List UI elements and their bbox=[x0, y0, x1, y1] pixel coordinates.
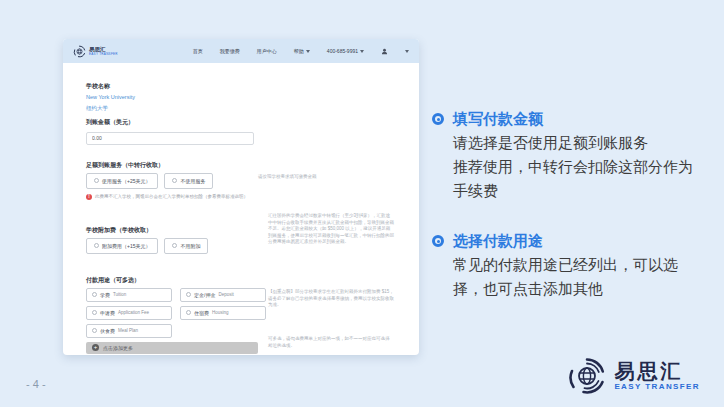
radio-icon bbox=[172, 243, 177, 248]
nav-item-account[interactable] bbox=[381, 48, 388, 55]
site-logo-en: EASY TRANSFER bbox=[89, 52, 118, 56]
nav-item-home[interactable]: 首页 bbox=[193, 48, 203, 54]
amount-label: 到账金额（美元） bbox=[86, 119, 419, 126]
service-option-skip[interactable]: 不使用服务 bbox=[164, 173, 213, 189]
checkbox-icon bbox=[92, 310, 97, 315]
purpose-cn: 定金/押金 bbox=[194, 292, 215, 298]
purpose-options: 学费 Tuition 定金/押金 Deposit 申请费 Application… bbox=[86, 288, 266, 338]
surcharge-option-add[interactable]: 附加费用（+15美元） bbox=[86, 238, 158, 254]
brand-name-en: EASY TRANSFER bbox=[614, 382, 700, 392]
nav-item-phone-label: 400-685-9991 bbox=[327, 48, 358, 54]
brand-logo: 易思汇 EASY TRANSFER bbox=[567, 356, 700, 396]
purpose-option-application-fee[interactable]: 申请费 Application Fee bbox=[86, 306, 172, 320]
annotation-title: 选择付款用途 bbox=[453, 230, 693, 252]
amount-input[interactable] bbox=[86, 132, 254, 145]
caret-down-icon bbox=[360, 50, 364, 53]
purpose-en: Meal Plan bbox=[118, 328, 138, 333]
service-note: 汇往国外的学费会经过数家中转银行（至少3到4家），汇款途中中转行会收取手续费并直… bbox=[268, 213, 394, 246]
amount-hint: 请按照学校要求填写缴费金额 bbox=[258, 174, 350, 181]
annotation-text: 请选择是否使用足额到账服务 推荐使用，中转行会扣除这部分作为手续费 bbox=[453, 131, 693, 203]
school-name-label: 学校名称 bbox=[86, 83, 419, 90]
purpose-label: 付款用途（可多选） bbox=[86, 277, 419, 284]
exclamation-circle-icon: ! bbox=[86, 194, 92, 200]
purpose-option-deposit[interactable]: 定金/押金 Deposit bbox=[180, 288, 266, 302]
purpose-cn: 申请费 bbox=[100, 310, 115, 316]
checkbox-icon bbox=[92, 292, 97, 297]
purpose-en: Tuition bbox=[113, 292, 126, 297]
add-more-label: 点击添加更多 bbox=[103, 345, 133, 351]
full-amount-service-label: 足额到账服务（中转行收取） bbox=[86, 162, 419, 169]
radio-icon bbox=[94, 243, 99, 248]
nav-item-help-label: 帮助 bbox=[294, 48, 304, 54]
full-amount-service-options: 使用服务（+25美元） 不使用服务 bbox=[86, 173, 419, 189]
caret-down-icon bbox=[306, 50, 310, 53]
brand-name-cn: 易思汇 bbox=[614, 360, 700, 382]
site-logo[interactable]: 易思汇 EASY TRANSFER bbox=[73, 45, 118, 58]
plus-circle-icon: + bbox=[92, 344, 99, 351]
user-icon bbox=[381, 48, 388, 55]
annotations-panel: 填写付款金额 请选择是否使用足额到账服务 推荐使用，中转行会扣除这部分作为手续费… bbox=[432, 108, 700, 301]
nav-item-help[interactable]: 帮助 bbox=[294, 48, 310, 54]
surcharge-note: 【划重点啊】部分学校要求学生在汇款时额外支付附加费 $15，请务必了解自己学校的… bbox=[268, 289, 394, 309]
checkbox-icon bbox=[186, 310, 191, 315]
add-more-purpose-button[interactable]: + 点击添加更多 bbox=[86, 342, 258, 354]
target-circle-icon bbox=[432, 235, 444, 247]
globe-swirl-icon bbox=[73, 45, 86, 58]
service-option-use-label: 使用服务（+25美元） bbox=[102, 178, 150, 184]
purpose-cn: 学费 bbox=[100, 292, 110, 298]
purpose-en: Application Fee bbox=[118, 310, 149, 315]
checkbox-icon bbox=[92, 328, 97, 333]
site-nav: 首页 我要缴费 用户中心 帮助 400-685-9991 bbox=[193, 48, 409, 55]
checkbox-icon bbox=[186, 292, 191, 297]
globe-swirl-icon bbox=[567, 356, 607, 396]
purpose-en: Deposit bbox=[218, 292, 233, 297]
nav-item-pay[interactable]: 我要缴费 bbox=[220, 48, 240, 54]
payment-form: 学校名称 New York University 纽约大学 到账金额（美元） 请… bbox=[63, 83, 419, 355]
surcharge-option-none-label: 不用附加 bbox=[180, 243, 200, 249]
purpose-option-tuition[interactable]: 学费 Tuition bbox=[86, 288, 172, 302]
annotation-fill-amount: 填写付款金额 请选择是否使用足额到账服务 推荐使用，中转行会扣除这部分作为手续费 bbox=[432, 108, 700, 203]
service-warning: ! 此费用不汇入学校，网银后台会在汇入学费时单独扣除（参看费率标准说明） bbox=[86, 194, 261, 200]
nav-item-phone[interactable]: 400-685-9991 bbox=[327, 48, 364, 54]
purpose-option-meal-plan[interactable]: 伙食费 Meal Plan bbox=[86, 324, 172, 338]
slide: { "slide": { "page_number": "- 4 -" }, "… bbox=[0, 0, 724, 407]
target-circle-icon bbox=[432, 113, 444, 125]
purpose-en: Housing bbox=[212, 310, 229, 315]
annotation-text: 常见的付款用途已经列出，可以选择，也可点击添加其他 bbox=[453, 253, 693, 301]
purpose-option-housing[interactable]: 住宿费 Housing bbox=[180, 306, 266, 320]
school-name-link-en[interactable]: New York University bbox=[86, 94, 419, 101]
purpose-hint: 可多选，请勾选费用单上对应的一项，如不一一对应也可选择相近的选项。 bbox=[268, 336, 390, 349]
service-option-use[interactable]: 使用服务（+25美元） bbox=[86, 173, 158, 189]
surcharge-option-none[interactable]: 不用附加 bbox=[164, 238, 208, 254]
caret-down-icon[interactable] bbox=[405, 50, 409, 53]
browser-screenshot: 易思汇 EASY TRANSFER 首页 我要缴费 用户中心 帮助 400-68… bbox=[63, 39, 419, 355]
site-header: 易思汇 EASY TRANSFER 首页 我要缴费 用户中心 帮助 400-68… bbox=[63, 39, 419, 63]
annotation-title: 填写付款金额 bbox=[453, 108, 693, 130]
radio-icon bbox=[172, 178, 177, 183]
page-number: - 4 - bbox=[26, 378, 46, 390]
surcharge-option-add-label: 附加费用（+15美元） bbox=[102, 243, 150, 249]
school-name-link-cn[interactable]: 纽约大学 bbox=[86, 105, 419, 112]
purpose-cn: 伙食费 bbox=[100, 328, 115, 334]
annotation-select-purpose: 选择付款用途 常见的付款用途已经列出，可以选择，也可点击添加其他 bbox=[432, 230, 700, 301]
service-option-skip-label: 不使用服务 bbox=[180, 178, 205, 184]
service-warning-text: 此费用不汇入学校，网银后台会在汇入学费时单独扣除（参看费率标准说明） bbox=[95, 194, 248, 200]
radio-icon bbox=[94, 178, 99, 183]
nav-item-user-center[interactable]: 用户中心 bbox=[257, 48, 277, 54]
purpose-cn: 住宿费 bbox=[194, 310, 209, 316]
